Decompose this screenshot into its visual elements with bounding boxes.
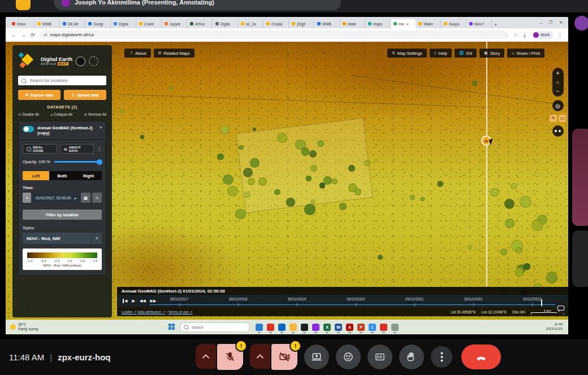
map-toolbar-story[interactable]: ▣Story — [479, 49, 504, 58]
eraser-tool-icon[interactable]: ▭ — [559, 115, 566, 122]
forward-icon[interactable]: → — [21, 32, 26, 38]
browser-tab[interactable]: (Digit — [289, 19, 314, 28]
rewind-icon[interactable]: ◀◀ — [140, 299, 146, 303]
date-picker[interactable]: 01/01/2017, 02:00:00 ▸ — [33, 193, 79, 203]
upload-data-button[interactable]: ⭱Upload data — [64, 90, 106, 100]
disable-all-button[interactable]: ⊘Disable All — [18, 112, 39, 116]
terms-of-use-link[interactable]: Terms of use ↗ — [168, 310, 192, 314]
browser-tab[interactable]: Cropla — [263, 19, 289, 28]
timeline-date[interactable]: 29/12/2020 — [326, 295, 385, 307]
mic-options-chevron[interactable] — [196, 344, 216, 369]
home-icon[interactable]: ⌂ — [556, 80, 559, 85]
annotation-tool-icon[interactable] — [16, 0, 31, 10]
taskbar-search[interactable] — [180, 322, 250, 332]
reload-icon[interactable]: ⟳ — [31, 32, 35, 38]
search-input[interactable] — [29, 77, 103, 84]
skip-start-icon[interactable]: ◀ — [123, 299, 127, 303]
browser-tab[interactable]: Africa — [187, 19, 213, 28]
map-toolbar-help[interactable]: ?Help — [430, 49, 452, 58]
split-tab-left[interactable]: Left — [23, 171, 49, 180]
minimize-icon[interactable]: – — [540, 21, 542, 25]
taskbar-firefox-icon[interactable] — [312, 324, 319, 331]
geolocate-icon[interactable]: ◎ — [552, 100, 564, 111]
new-tab-icon[interactable]: + — [494, 22, 497, 28]
taskbar-word-icon[interactable]: W — [335, 324, 342, 331]
browser-menu-icon[interactable]: ⋮ — [557, 32, 563, 38]
dataset-menu-icon[interactable]: ⋮ — [97, 146, 102, 152]
filter-by-location-button[interactable]: Filter by location — [23, 210, 102, 220]
browser-tab[interactable]: maps — [365, 19, 391, 28]
opacity-slider[interactable] — [54, 161, 102, 163]
about-data-button[interactable]: ▤ABOUT DATA — [60, 144, 94, 154]
collapse-all-button[interactable]: ▴Collapse All — [51, 112, 72, 116]
taskbar-pin-icon[interactable] — [391, 324, 399, 331]
timeline-date[interactable]: 29/12/2022 — [444, 295, 503, 307]
browser-tab[interactable]: s2_2a — [238, 19, 263, 28]
map-toolbar-share-print[interactable]: <Share / Print — [507, 49, 544, 58]
taskbar-terminal-icon[interactable] — [301, 324, 308, 331]
map-viewport[interactable]: ◂▸ 🡥About⊞Related Maps ⇅Map Settings?Hel… — [6, 42, 568, 320]
browser-tab[interactable]: Water — [416, 19, 441, 28]
leaflet-link[interactable]: Leaflet ↗ — [122, 310, 136, 314]
chart-toggle-icon[interactable]: ∿ — [92, 193, 102, 203]
timeline-date[interactable]: 30/12/2017 — [150, 295, 209, 307]
play-icon[interactable]: ▶ — [132, 299, 135, 303]
timeline-date[interactable]: 30/12/2018 — [209, 295, 267, 307]
map-chat-icon[interactable] — [555, 302, 567, 314]
taskbar-excel-icon[interactable]: X — [323, 324, 331, 331]
compare-icon[interactable] — [552, 125, 564, 137]
browser-tab[interactable]: MWB — [314, 19, 340, 28]
raise-hand-button[interactable] — [399, 345, 424, 369]
browser-tab[interactable]: DE Afr — [60, 19, 85, 28]
prev-date-icon[interactable]: ◂ — [23, 193, 31, 203]
taskbar-explorer-icon[interactable] — [289, 324, 297, 331]
maximize-icon[interactable]: ❐ — [549, 20, 552, 25]
reactions-button[interactable] — [336, 345, 361, 369]
browser-tab[interactable]: Coast — [136, 19, 162, 28]
ideal-zoom-button[interactable]: IDEAL ZOOM — [23, 144, 57, 154]
map-toolbar-map-settings[interactable]: ⇅Map Settings — [387, 49, 427, 58]
map-toolbar-related-maps[interactable]: ⊞Related Maps — [154, 49, 194, 58]
timeline-date[interactable]: 29/12/2023 — [503, 295, 561, 307]
split-screen-divider[interactable] — [486, 42, 487, 286]
camera-off-button[interactable]: ! — [271, 344, 297, 370]
start-button[interactable] — [168, 324, 175, 330]
style-dropdown[interactable]: NDVI - Red, NIR ▾ — [23, 233, 102, 244]
taskbar-clock[interactable]: 11:48 2023/11/25 — [546, 322, 568, 332]
taskbar-powerpoint-icon[interactable]: P — [357, 324, 365, 331]
split-tab-both[interactable]: Both — [49, 171, 76, 180]
more-options-button[interactable] — [431, 346, 452, 368]
side-panel[interactable] — [572, 230, 588, 287]
timeline-date[interactable]: 30/12/2019 — [267, 295, 326, 307]
zoom-in-icon[interactable]: + — [556, 70, 560, 76]
taskbar-zoom-icon[interactable]: Z — [369, 324, 376, 331]
browser-tab[interactable]: MWB — [34, 19, 60, 28]
split-tab-right[interactable]: Right — [75, 171, 102, 180]
url-field[interactable]: ⇄ maps.digitalearth.africa — [40, 30, 509, 39]
browser-tab[interactable]: Jupyte — [162, 19, 187, 28]
next-date-icon[interactable]: ▸ — [75, 196, 76, 200]
remove-all-button[interactable]: ⊗Remove All — [84, 112, 106, 116]
timeline-date[interactable]: 29/12/2021 — [385, 295, 444, 307]
present-screen-button[interactable] — [304, 345, 329, 369]
browser-tab[interactable]: Googl — [85, 19, 111, 28]
taskbar-acrobat-icon[interactable]: A — [346, 324, 353, 331]
explore-data-button[interactable]: ⊕Explore data — [18, 90, 60, 100]
map-toolbar-about[interactable]: 🡥About — [124, 49, 151, 58]
taskbar-search-input[interactable] — [191, 325, 246, 330]
browser-tab[interactable]: Wate — [340, 19, 365, 28]
zoom-out-icon[interactable]: − — [556, 88, 560, 94]
browser-tab[interactable]: New t — [466, 19, 492, 28]
timeline-track[interactable]: ◀ ▶ ◀◀ ▶▶ 30/12/201730/12/201830/12/2019… — [117, 295, 568, 307]
browser-tab[interactable]: ma✕ — [391, 19, 416, 28]
browser-tab[interactable]: Digita — [213, 19, 238, 28]
data-attribution-link[interactable]: Data attribution ↗ — [137, 310, 166, 314]
dataset-toggle[interactable] — [23, 126, 34, 132]
collapse-caret-icon[interactable]: ▾ — [100, 125, 102, 130]
taskbar-chrome-icon[interactable] — [256, 324, 263, 331]
map-toolbar-en[interactable]: 🌐EN — [455, 49, 477, 58]
end-call-button[interactable] — [461, 345, 501, 369]
tab-close-icon[interactable]: ✕ — [406, 22, 409, 26]
browser-tab[interactable]: Digita — [111, 19, 136, 28]
taskbar-outlook-icon[interactable] — [278, 324, 286, 331]
